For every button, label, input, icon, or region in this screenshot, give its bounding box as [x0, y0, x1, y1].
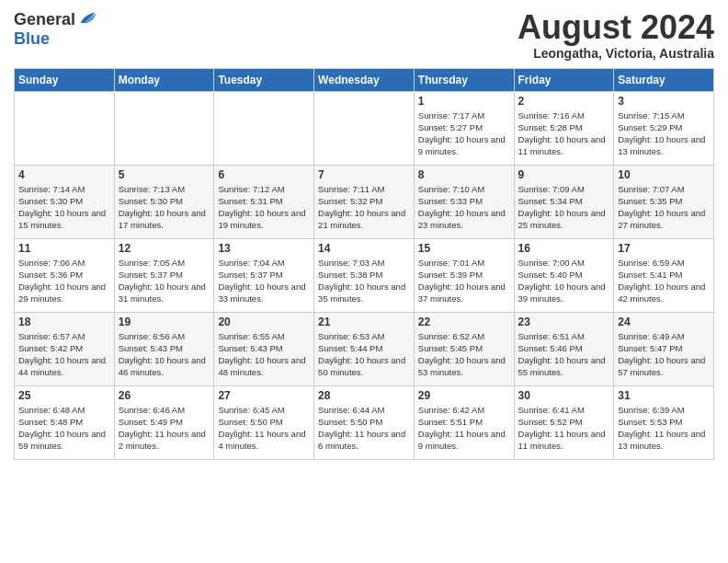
- month-title: August 2024: [518, 9, 714, 46]
- day-number: 1: [418, 95, 510, 108]
- day-number: 10: [618, 168, 710, 181]
- day-number: 14: [318, 242, 410, 255]
- cell-content: Sunrise: 7:05 AMSunset: 5:37 PMDaylight:…: [119, 258, 206, 304]
- calendar-cell: 15Sunrise: 7:01 AMSunset: 5:39 PMDayligh…: [414, 238, 514, 312]
- calendar-week-row: 18Sunrise: 6:57 AMSunset: 5:42 PMDayligh…: [15, 312, 714, 385]
- cell-content: Sunrise: 7:07 AMSunset: 5:35 PMDaylight:…: [618, 184, 705, 231]
- calendar-cell: 23Sunrise: 6:51 AMSunset: 5:46 PMDayligh…: [514, 312, 614, 385]
- calendar-cell: 9Sunrise: 7:09 AMSunset: 5:34 PMDaylight…: [514, 165, 614, 238]
- day-number: 23: [518, 316, 610, 328]
- day-number: 17: [618, 242, 710, 255]
- logo-blue-text: Blue: [14, 29, 50, 49]
- cell-content: Sunrise: 6:46 AMSunset: 5:49 PMDaylight:…: [119, 405, 206, 452]
- calendar-cell: 24Sunrise: 6:49 AMSunset: 5:47 PMDayligh…: [614, 312, 714, 385]
- calendar-cell: 6Sunrise: 7:12 AMSunset: 5:31 PMDaylight…: [214, 165, 314, 238]
- calendar-week-row: 4Sunrise: 7:14 AMSunset: 5:30 PMDaylight…: [15, 165, 714, 238]
- day-number: 29: [418, 389, 510, 402]
- calendar-week-row: 11Sunrise: 7:06 AMSunset: 5:36 PMDayligh…: [15, 238, 714, 312]
- day-number: 8: [418, 168, 510, 181]
- calendar-cell: 25Sunrise: 6:48 AMSunset: 5:48 PMDayligh…: [15, 385, 115, 459]
- day-number: 19: [119, 316, 210, 328]
- day-number: 6: [218, 168, 310, 181]
- day-number: 11: [18, 242, 110, 255]
- cell-content: Sunrise: 7:01 AMSunset: 5:39 PMDaylight:…: [418, 258, 506, 304]
- cell-content: Sunrise: 7:12 AMSunset: 5:31 PMDaylight:…: [218, 184, 305, 231]
- calendar-cell: 7Sunrise: 7:11 AMSunset: 5:32 PMDaylight…: [314, 165, 415, 238]
- calendar-cell: 14Sunrise: 7:03 AMSunset: 5:38 PMDayligh…: [314, 238, 415, 312]
- day-number: 22: [418, 316, 510, 328]
- day-number: 4: [18, 168, 110, 181]
- cell-content: Sunrise: 6:52 AMSunset: 5:45 PMDaylight:…: [418, 331, 506, 378]
- calendar-cell: 10Sunrise: 7:07 AMSunset: 5:35 PMDayligh…: [614, 165, 714, 238]
- cell-content: Sunrise: 7:06 AMSunset: 5:36 PMDaylight:…: [18, 258, 106, 304]
- day-number: 28: [318, 389, 410, 402]
- cell-content: Sunrise: 6:59 AMSunset: 5:41 PMDaylight:…: [618, 258, 705, 304]
- calendar-cell: 28Sunrise: 6:44 AMSunset: 5:50 PMDayligh…: [314, 385, 415, 459]
- day-number: 3: [618, 95, 710, 108]
- calendar-cell: 19Sunrise: 6:56 AMSunset: 5:43 PMDayligh…: [114, 312, 214, 385]
- calendar-header-row: SundayMondayTuesdayWednesdayThursdayFrid…: [15, 68, 714, 91]
- calendar-cell: 29Sunrise: 6:42 AMSunset: 5:51 PMDayligh…: [414, 385, 514, 459]
- day-number: 20: [218, 316, 310, 328]
- calendar-cell: 12Sunrise: 7:05 AMSunset: 5:37 PMDayligh…: [114, 238, 214, 312]
- cell-content: Sunrise: 6:53 AMSunset: 5:44 PMDaylight:…: [318, 331, 405, 378]
- calendar-container: General Blue August 2024 Leongatha, Vict…: [0, 0, 728, 469]
- column-header-sunday: Sunday: [15, 68, 115, 91]
- cell-content: Sunrise: 7:09 AMSunset: 5:34 PMDaylight:…: [518, 184, 606, 231]
- calendar-cell: [114, 91, 214, 165]
- calendar-cell: 13Sunrise: 7:04 AMSunset: 5:37 PMDayligh…: [214, 238, 314, 312]
- cell-content: Sunrise: 7:10 AMSunset: 5:33 PMDaylight:…: [418, 184, 506, 231]
- column-header-wednesday: Wednesday: [314, 68, 415, 91]
- calendar-cell: 4Sunrise: 7:14 AMSunset: 5:30 PMDaylight…: [15, 165, 115, 238]
- column-header-tuesday: Tuesday: [214, 68, 314, 91]
- calendar-cell: 1Sunrise: 7:17 AMSunset: 5:27 PMDaylight…: [414, 91, 514, 165]
- day-number: 21: [318, 316, 410, 328]
- cell-content: Sunrise: 6:42 AMSunset: 5:51 PMDaylight:…: [418, 405, 506, 452]
- calendar-cell: 18Sunrise: 6:57 AMSunset: 5:42 PMDayligh…: [15, 312, 115, 385]
- calendar-cell: [314, 91, 415, 165]
- cell-content: Sunrise: 7:04 AMSunset: 5:37 PMDaylight:…: [218, 258, 305, 304]
- title-area: August 2024 Leongatha, Victoria, Austral…: [518, 9, 714, 61]
- calendar-cell: 16Sunrise: 7:00 AMSunset: 5:40 PMDayligh…: [514, 238, 614, 312]
- calendar-week-row: 1Sunrise: 7:17 AMSunset: 5:27 PMDaylight…: [15, 91, 714, 165]
- cell-content: Sunrise: 7:15 AMSunset: 5:29 PMDaylight:…: [618, 110, 705, 157]
- cell-content: Sunrise: 7:14 AMSunset: 5:30 PMDaylight:…: [18, 184, 106, 231]
- cell-content: Sunrise: 6:56 AMSunset: 5:43 PMDaylight:…: [119, 331, 206, 378]
- cell-content: Sunrise: 6:49 AMSunset: 5:47 PMDaylight:…: [618, 331, 705, 378]
- calendar-week-row: 25Sunrise: 6:48 AMSunset: 5:48 PMDayligh…: [15, 385, 714, 459]
- day-number: 5: [119, 168, 210, 181]
- cell-content: Sunrise: 7:16 AMSunset: 5:28 PMDaylight:…: [518, 110, 606, 157]
- cell-content: Sunrise: 6:45 AMSunset: 5:50 PMDaylight:…: [218, 405, 305, 452]
- day-number: 31: [618, 389, 710, 402]
- calendar-cell: 31Sunrise: 6:39 AMSunset: 5:53 PMDayligh…: [614, 385, 714, 459]
- day-number: 2: [518, 95, 610, 108]
- cell-content: Sunrise: 6:39 AMSunset: 5:53 PMDaylight:…: [618, 405, 705, 452]
- column-header-thursday: Thursday: [414, 68, 514, 91]
- column-header-friday: Friday: [514, 68, 614, 91]
- cell-content: Sunrise: 6:55 AMSunset: 5:43 PMDaylight:…: [218, 331, 305, 378]
- cell-content: Sunrise: 7:17 AMSunset: 5:27 PMDaylight:…: [418, 110, 506, 157]
- cell-content: Sunrise: 6:44 AMSunset: 5:50 PMDaylight:…: [318, 405, 405, 452]
- day-number: 18: [18, 316, 110, 328]
- logo-bird-icon: [77, 9, 97, 29]
- cell-content: Sunrise: 6:57 AMSunset: 5:42 PMDaylight:…: [18, 331, 106, 378]
- calendar-cell: 17Sunrise: 6:59 AMSunset: 5:41 PMDayligh…: [614, 238, 714, 312]
- calendar-cell: [15, 91, 115, 165]
- day-number: 27: [218, 389, 310, 402]
- calendar-table: SundayMondayTuesdayWednesdayThursdayFrid…: [14, 68, 714, 460]
- cell-content: Sunrise: 6:41 AMSunset: 5:52 PMDaylight:…: [518, 405, 606, 452]
- day-number: 13: [218, 242, 310, 255]
- day-number: 9: [518, 168, 610, 181]
- calendar-cell: 2Sunrise: 7:16 AMSunset: 5:28 PMDaylight…: [514, 91, 614, 165]
- calendar-cell: 21Sunrise: 6:53 AMSunset: 5:44 PMDayligh…: [314, 312, 415, 385]
- cell-content: Sunrise: 7:11 AMSunset: 5:32 PMDaylight:…: [318, 184, 405, 231]
- cell-content: Sunrise: 7:13 AMSunset: 5:30 PMDaylight:…: [119, 184, 206, 231]
- day-number: 15: [418, 242, 510, 255]
- calendar-cell: 20Sunrise: 6:55 AMSunset: 5:43 PMDayligh…: [214, 312, 314, 385]
- day-number: 25: [18, 389, 110, 402]
- calendar-cell: 5Sunrise: 7:13 AMSunset: 5:30 PMDaylight…: [114, 165, 214, 238]
- calendar-cell: 27Sunrise: 6:45 AMSunset: 5:50 PMDayligh…: [214, 385, 314, 459]
- calendar-cell: 22Sunrise: 6:52 AMSunset: 5:45 PMDayligh…: [414, 312, 514, 385]
- logo-general-text: General: [14, 10, 75, 29]
- cell-content: Sunrise: 6:51 AMSunset: 5:46 PMDaylight:…: [518, 331, 606, 378]
